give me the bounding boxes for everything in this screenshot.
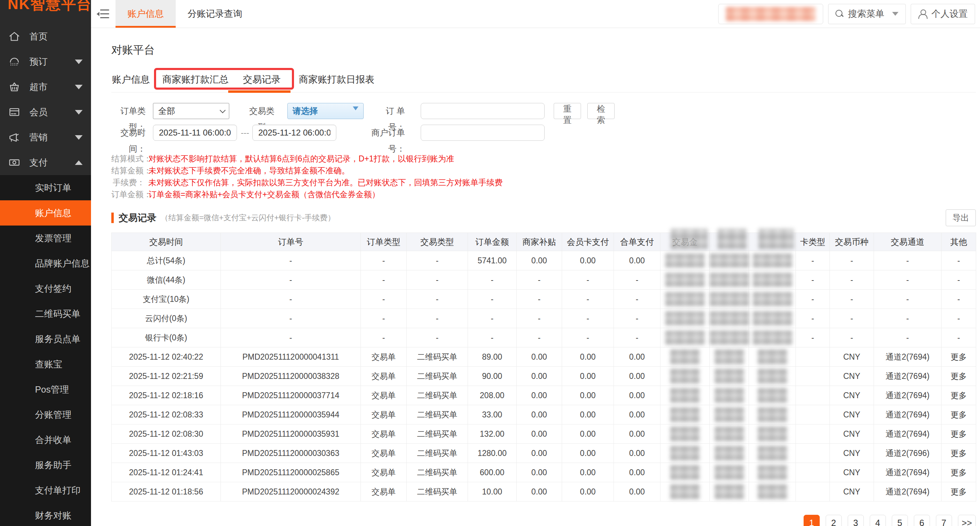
channel-cell: 通道2(7694) [874,482,942,502]
more-link[interactable]: 更多 [951,468,967,477]
tab-account-info[interactable]: 账户信息 [112,67,150,92]
sidebar-submenu-item[interactable]: 财务对账 [0,503,91,526]
reset-button[interactable]: 重 置 [554,103,581,119]
page-button[interactable]: 5 [892,515,908,526]
redacted-cell [758,407,787,422]
sidebar-submenu-item[interactable]: 实时订单 [0,175,91,200]
app-logo[interactable]: NK智慧平台 [0,0,91,19]
sidebar-submenu-item[interactable]: 支付单打印 [0,478,91,503]
table-body: 总计(54条) - - - 5741.00 0.00 0.00 0.00 - [111,251,976,502]
sidebar-submenu-item[interactable]: 二维码买单 [0,301,91,327]
table-header-label: 订单类型 [367,237,400,247]
redacted-cell [715,349,744,364]
trade-time-to-input[interactable] [252,125,336,141]
page-button[interactable]: 4 [870,515,886,526]
main-area: 账户信息 分账记录查询 搜索菜单 个人设置 对账平台 [91,0,980,526]
trade-time-from-input[interactable] [153,125,237,141]
trade-time-cell: 2025-11-12 02:40:22 [111,347,221,367]
chevron-down-icon [892,12,899,16]
order-no-cell: PMD202511120000025865 [221,463,361,482]
trade-type-select[interactable]: 请选择 [287,103,364,119]
sidebar-submenu-item[interactable]: 查账宝 [0,352,91,377]
summary-label-cell: 银行卡(0条) [111,328,221,347]
more-link[interactable]: 更多 [951,487,967,496]
trade-time-cell: 2025-11-12 02:18:16 [111,386,221,405]
table-header-label: 合单支付 [620,237,654,247]
search-menu-button[interactable]: 搜索菜单 [828,4,906,24]
collapse-sidebar-icon[interactable] [91,0,116,28]
trade-time-cell: 2025-11-12 02:08:33 [111,405,221,424]
order-type-select[interactable]: 全部 [153,103,229,119]
section-title: 交易记录 [119,212,156,224]
table-header-label: 交易类型 [420,237,454,247]
chevron-down-icon [75,110,83,115]
sidebar-item-label: 首页 [29,30,83,43]
sidebar-submenu-item[interactable]: 发票管理 [0,226,91,251]
sidebar-submenu-item[interactable]: Pos管理 [0,377,91,402]
topbar-tab-split-records[interactable]: 分账记录查询 [176,0,254,28]
redacted-content [726,7,816,21]
order-amount-cell: 208.00 [468,386,517,405]
search-menu-label: 搜索菜单 [848,8,885,20]
sidebar-submenu-item[interactable]: 品牌账户信息 [0,251,91,276]
channel-cell: 通道2(7694) [874,347,942,367]
personal-settings-button[interactable]: 个人设置 [911,4,975,24]
sidebar-item-home[interactable]: 首页 [0,24,91,49]
sidebar-submenu-item[interactable]: 合并收单 [0,427,91,453]
sidebar-item-market[interactable]: 超市 [0,74,91,99]
redacted-cell [670,427,700,441]
sidebar-item-booking[interactable]: 预订 [0,49,91,74]
sidebar-item-payment[interactable]: 支付 [0,150,91,175]
trade-time-cell: 2025-11-12 02:08:30 [111,424,221,444]
merchant-order-no-input[interactable] [421,125,545,141]
redacted-cell [758,485,787,499]
table-header-cell: 商家补贴 [517,233,562,251]
table-header-label: 卡类型 [800,237,825,247]
sidebar-submenu-item[interactable]: 分账管理 [0,402,91,427]
page-button[interactable]: 2 [826,515,842,526]
sidebar-submenu-item[interactable]: 服务员点单 [0,327,91,352]
topbar-tab-account-info[interactable]: 账户信息 [116,0,176,28]
table-header-label: 会员卡支付 [567,237,609,247]
more-link[interactable]: 更多 [951,429,967,438]
chevron-down-icon [220,107,226,113]
order-amount-cell: 1280.00 [468,444,517,463]
note-text: 未对账状态下手续费不完全准确，导致结算金额不准确。 [148,164,350,177]
page-button[interactable]: 3 [848,515,864,526]
sidebar-item-label: 支付 [29,156,75,169]
more-link[interactable]: 更多 [951,371,967,381]
export-button[interactable]: 导出 [946,209,976,226]
sidebar-item-member[interactable]: 会员 [0,99,91,125]
note-text: 订单金额=商家补贴+会员卡支付+交易金额（含微信代金券金额） [148,188,380,200]
search-button[interactable]: 检 索 [587,103,615,119]
currency-cell: CNY [830,482,874,502]
page-button[interactable]: 7 [936,515,952,526]
more-link[interactable]: 更多 [951,410,967,419]
sidebar-submenu-item[interactable]: 账户信息 [0,200,91,226]
more-link[interactable]: 更多 [951,449,967,458]
redacted-cell [710,253,749,268]
page-button[interactable]: >> [958,515,976,526]
tab-merchant-payout-summary[interactable]: 商家账打款汇总 [162,67,229,92]
currency-cell: CNY [830,386,874,405]
page-button[interactable]: 1 [803,515,820,526]
order-no-input[interactable] [421,103,545,119]
more-link[interactable]: 更多 [951,352,967,362]
table-header-label: 交易时间 [150,237,183,247]
more-link[interactable]: 更多 [951,391,967,400]
table-header-label: 交易通道 [891,237,924,247]
table-header-cell: 卡类型 [796,233,830,251]
tab-transaction-records[interactable]: 交易记录 [243,67,281,92]
tab-merchant-payout-daily-report[interactable]: 商家账打款日报表 [299,67,374,92]
date-range-separator: --- [241,125,249,141]
sidebar-submenu-item[interactable]: 服务助手 [0,453,91,478]
order-amount-cell: 132.00 [468,424,517,444]
topbar-tabs: 账户信息 分账记录查询 [116,0,254,28]
redacted-cell [665,253,705,268]
sidebar-item-marketing[interactable]: 营销 [0,125,91,150]
channel-cell: 通道2(7694) [874,405,942,424]
page-button[interactable]: 6 [914,515,930,526]
table-header-label: 订单号 [278,237,304,247]
note-line: 手续费： 未对账状态下仅作估算，实际扣款以第三方支付平台为准。已对账状态下，回填… [111,177,976,188]
sidebar-submenu-item[interactable]: 支付签约 [0,276,91,301]
